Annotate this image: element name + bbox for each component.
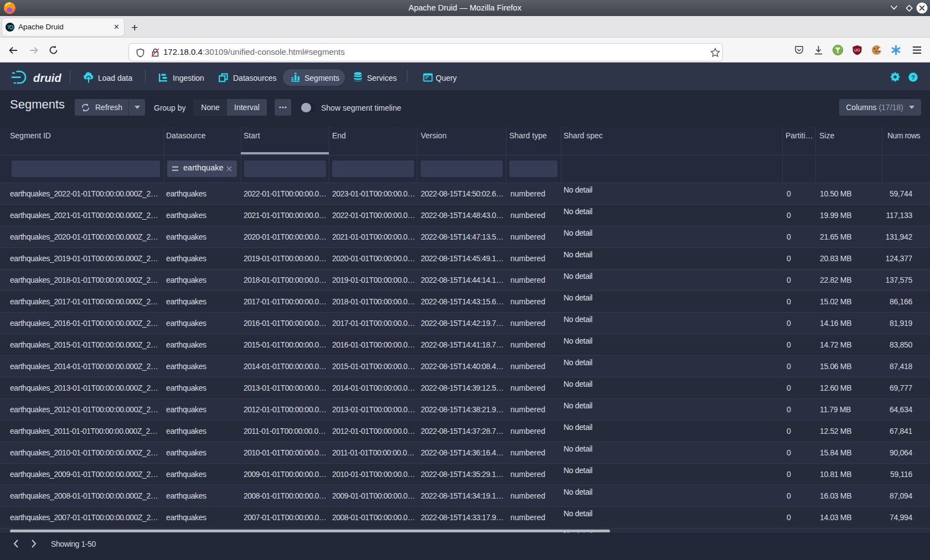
svg-text:?: ? <box>911 74 915 81</box>
svg-text:UO: UO <box>854 48 860 52</box>
